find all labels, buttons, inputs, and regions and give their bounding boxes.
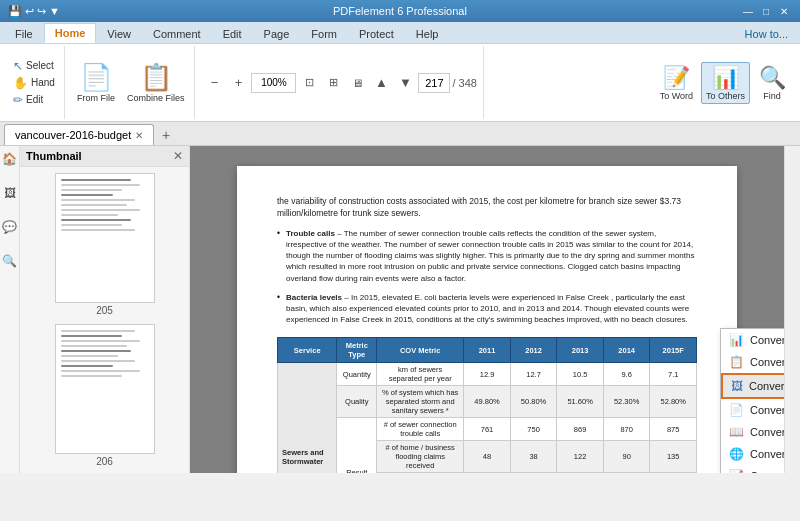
ribbon-group-zoom: − + ⊡ ⊞ 🖥 ▲ ▼ / 348: [197, 46, 483, 119]
convert-to-epub-button[interactable]: 📖 Convert to EPUB: [721, 421, 784, 443]
tab-page[interactable]: Page: [253, 23, 301, 43]
right-scrollbar[interactable]: [784, 146, 800, 473]
fit-width-button[interactable]: ⊞: [322, 72, 344, 94]
quick-action-icon[interactable]: ▼: [49, 5, 60, 17]
hand-icon: ✋: [13, 76, 28, 90]
convert-to-html-button[interactable]: 🌐 Convert to HTML: [721, 443, 784, 465]
thumbnail-206[interactable]: 206: [55, 324, 155, 467]
doc-tab-bar: vancouver-2016-budget ✕ +: [0, 122, 800, 146]
bullet2-title: Bacteria levels: [286, 293, 342, 302]
convert-to-excel-button[interactable]: 📊 Convert to Excel: [721, 329, 784, 351]
nav-comment-icon[interactable]: 💬: [1, 218, 19, 236]
table-header-2014: 2014: [603, 338, 650, 363]
table-row: Result # of sewer connection trouble cal…: [278, 418, 697, 441]
select-icon: ↖: [13, 59, 23, 73]
bullet1-title: Trouble calls: [286, 229, 335, 238]
display-mode-button[interactable]: 🖥: [346, 72, 368, 94]
convert-to-text-button[interactable]: 📄 Convert to Text: [721, 399, 784, 421]
main-area: 🏠 🖼 💬 🔍 Thumbnail ✕: [0, 146, 800, 473]
how-to-button[interactable]: How to...: [737, 25, 796, 43]
tab-file[interactable]: File: [4, 23, 44, 43]
ribbon: ↖ Select ✋ Hand ✏ Edit 📄 From File: [0, 44, 800, 122]
epub-icon: 📖: [729, 425, 744, 439]
next-page-button[interactable]: ▼: [394, 72, 416, 94]
tab-help[interactable]: Help: [405, 23, 450, 43]
combine-files-button[interactable]: 📋 Combine Files: [123, 60, 189, 105]
thumbnail-header: Thumbnail ✕: [20, 146, 189, 167]
excel-icon: 📊: [729, 333, 744, 347]
edit-button[interactable]: ✏ Edit: [10, 92, 58, 108]
html-icon: 🌐: [729, 447, 744, 461]
left-nav: 🏠 🖼 💬 🔍: [0, 146, 20, 473]
nav-thumbnail-icon[interactable]: 🖼: [1, 184, 19, 202]
tab-view[interactable]: View: [96, 23, 142, 43]
to-word-icon: 📝: [663, 65, 690, 91]
close-button[interactable]: ✕: [776, 4, 792, 18]
document-area: the variability of construction costs as…: [190, 146, 784, 473]
text-icon: 📄: [729, 403, 744, 417]
doc-bullet-1: • Trouble calls – The number of sewer co…: [277, 228, 697, 284]
document-table: Service Metric Type COV Metric 2011 2012…: [277, 337, 697, 473]
tab-form[interactable]: Form: [300, 23, 348, 43]
thumbnail-205[interactable]: 205: [55, 173, 155, 316]
page-total: / 348: [452, 77, 476, 89]
table-header-2012: 2012: [510, 338, 557, 363]
table-header-service: Service: [278, 338, 337, 363]
table-header-cov-metric: COV Metric: [377, 338, 464, 363]
table-header-2015f: 2015F: [650, 338, 697, 363]
ribbon-group-file: 📄 From File 📋 Combine Files: [67, 46, 196, 119]
quick-save-icon[interactable]: 💾: [8, 5, 22, 18]
app-title: PDFelement 6 Professional: [60, 5, 740, 17]
ribbon-group-tools: ↖ Select ✋ Hand ✏ Edit: [4, 46, 65, 119]
thumbnails-list: 205: [20, 167, 189, 473]
convert-to-powerpoint-button[interactable]: 📋 Convert to PowerPoint: [721, 351, 784, 373]
fit-page-button[interactable]: ⊡: [298, 72, 320, 94]
convert-to-image-button[interactable]: 🖼 Convert to Image: [721, 373, 784, 399]
tab-home[interactable]: Home: [44, 23, 97, 43]
tab-protect[interactable]: Protect: [348, 23, 405, 43]
table-row: Quality % of system which has separated …: [278, 386, 697, 418]
convert-dropdown-menu: 📊 Convert to Excel 📋 Convert to PowerPoi…: [720, 328, 784, 473]
maximize-button[interactable]: □: [758, 4, 774, 18]
thumbnail-img-206: [55, 324, 155, 454]
from-file-button[interactable]: 📄 From File: [73, 60, 119, 105]
find-button[interactable]: 🔍 Find: [754, 63, 790, 103]
image-icon: 🖼: [731, 379, 743, 393]
tab-edit[interactable]: Edit: [212, 23, 253, 43]
document-page: the variability of construction costs as…: [237, 166, 737, 473]
page-number-input[interactable]: [418, 73, 450, 93]
tab-comment[interactable]: Comment: [142, 23, 212, 43]
table-header-2011: 2011: [464, 338, 511, 363]
table-row: Sewers and Stormwater Quantity km of sew…: [278, 363, 697, 386]
thumbnail-title: Thumbnail: [26, 150, 82, 162]
select-button[interactable]: ↖ Select: [10, 58, 58, 74]
combine-icon: 📋: [140, 62, 172, 93]
ribbon-tabs: File Home View Comment Edit Page Form Pr…: [0, 22, 800, 44]
to-others-button[interactable]: 📊 To Others: [701, 62, 750, 104]
prev-page-button[interactable]: ▲: [370, 72, 392, 94]
table-cell-service: Sewers and Stormwater: [278, 363, 337, 473]
doc-tab-name: vancouver-2016-budget: [15, 129, 131, 141]
convert-to-rtf-button[interactable]: 📝 Convert to RTF: [721, 465, 784, 473]
to-word-button[interactable]: 📝 To Word: [656, 63, 697, 103]
minimize-button[interactable]: —: [740, 4, 756, 18]
zoom-input[interactable]: [251, 73, 296, 93]
doc-tab-close-button[interactable]: ✕: [135, 130, 143, 141]
hand-button[interactable]: ✋ Hand: [10, 75, 58, 91]
thumbnail-close-button[interactable]: ✕: [173, 149, 183, 163]
ribbon-group-convert: 📝 To Word 📊 To Others 🔍 Find: [650, 46, 796, 119]
undo-icon[interactable]: ↩: [25, 5, 34, 18]
table-cell-metric: Quantity: [337, 363, 377, 386]
zoom-out-button[interactable]: −: [203, 72, 225, 94]
nav-search-icon[interactable]: 🔍: [1, 252, 19, 270]
doc-tab[interactable]: vancouver-2016-budget ✕: [4, 124, 154, 145]
zoom-in-button[interactable]: +: [227, 72, 249, 94]
table-header-metric-type: Metric Type: [337, 338, 377, 363]
bullet1-text: – The number of sewer connection trouble…: [286, 229, 695, 283]
thumbnail-img-205: [55, 173, 155, 303]
redo-icon[interactable]: ↪: [37, 5, 46, 18]
nav-home-icon[interactable]: 🏠: [1, 150, 19, 168]
to-others-icon: 📊: [712, 65, 739, 91]
rtf-icon: 📝: [729, 469, 744, 473]
add-tab-button[interactable]: +: [156, 125, 176, 145]
